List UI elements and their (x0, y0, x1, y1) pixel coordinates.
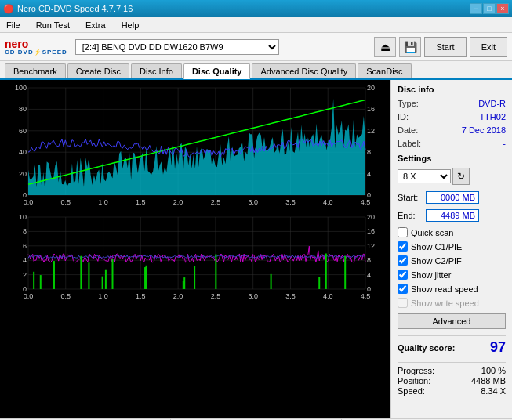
tab-scandisc[interactable]: ScanDisc (358, 63, 411, 78)
menu-extra[interactable]: Extra (82, 19, 109, 31)
settings-refresh-btn[interactable]: ↻ (452, 168, 470, 185)
speed-label: Speed: (398, 386, 425, 396)
top-chart (3, 83, 387, 211)
tab-disc-quality[interactable]: Disc Quality (183, 63, 251, 79)
tab-benchmark[interactable]: Benchmark (5, 63, 66, 78)
position-label: Position: (398, 376, 430, 386)
show-jitter-row: Show jitter (398, 270, 506, 280)
titlebar: 🔴 Nero CD-DVD Speed 4.7.7.16 − □ × (0, 0, 512, 17)
exit-button[interactable]: Exit (470, 37, 507, 57)
start-button[interactable]: Start (424, 37, 466, 57)
chart-area (0, 80, 390, 418)
quick-scan-label: Quick scan (411, 228, 453, 237)
menu-help[interactable]: Help (118, 19, 143, 31)
menubar: File Run Test Extra Help (0, 17, 512, 33)
speed-row: 8 X ↻ (398, 168, 506, 185)
right-panel: Disc info Type: DVD-R ID: TTH02 Date: 7 … (390, 80, 512, 418)
show-c2-row: Show C2/PIF (398, 255, 506, 266)
show-write-checkbox (398, 298, 408, 308)
tabs-bar: Benchmark Create Disc Disc Info Disc Qua… (0, 61, 512, 80)
quality-label: Quality score: (398, 343, 455, 353)
tab-advanced-disc-quality[interactable]: Advanced Disc Quality (252, 63, 356, 78)
show-write-label: Show write speed (411, 299, 479, 308)
progress-value: 100 % (481, 366, 506, 375)
bottom-chart (3, 212, 387, 305)
show-write-row: Show write speed (398, 298, 506, 308)
show-c1-checkbox[interactable] (398, 241, 408, 252)
disc-label-row: Label: - (398, 139, 506, 148)
show-c1-label: Show C1/PIE (411, 242, 462, 252)
disc-label-value: - (503, 139, 506, 148)
show-c2-checkbox[interactable] (398, 255, 408, 266)
app-logo: nero CD·DVD⚡SPEED (5, 38, 67, 56)
drive-selector-wrap: [2:4] BENQ DVD DD DW1620 B7W9 (75, 39, 372, 55)
progress-label: Progress: (398, 366, 434, 375)
eject-button[interactable]: ⏏ (374, 37, 396, 57)
disc-info-title: Disc info (398, 85, 506, 94)
show-jitter-label: Show jitter (411, 270, 451, 280)
show-c2-label: Show C2/PIF (411, 256, 462, 266)
end-mb-label: End: (398, 211, 424, 220)
minimize-button[interactable]: − (470, 3, 482, 14)
app-icon: 🔴 (3, 4, 14, 14)
disc-date-value: 7 Dec 2018 (462, 125, 506, 135)
position-row: Position: 4488 MB (398, 376, 506, 386)
main-content: Disc info Type: DVD-R ID: TTH02 Date: 7 … (0, 80, 512, 418)
speed-row: Speed: 8.34 X (398, 386, 506, 396)
quality-score-row: Quality score: 97 (398, 335, 506, 356)
titlebar-title: Nero CD-DVD Speed 4.7.7.16 (17, 4, 133, 13)
disc-type-row: Type: DVD-R (398, 99, 506, 108)
disc-id-label: ID: (398, 112, 409, 121)
start-mb-input[interactable] (426, 191, 479, 204)
save-button[interactable]: 💾 (399, 37, 421, 57)
close-button[interactable]: × (496, 3, 509, 14)
quick-scan-row: Quick scan (398, 227, 506, 237)
end-mb-row: End: (398, 209, 506, 222)
progress-row: Progress: 100 % (398, 366, 506, 375)
maximize-button[interactable]: □ (483, 3, 496, 14)
show-read-checkbox[interactable] (398, 284, 408, 294)
disc-id-row: ID: TTH02 (398, 112, 506, 121)
speed-value: 8.34 X (481, 386, 506, 396)
logo-nero-text: nero (5, 38, 67, 49)
tab-disc-info[interactable]: Disc Info (131, 63, 182, 78)
disc-date-row: Date: 7 Dec 2018 (398, 125, 506, 135)
position-value: 4488 MB (471, 376, 506, 386)
logo-sub-text: CD·DVD⚡SPEED (5, 49, 67, 56)
progress-section: Progress: 100 % Position: 4488 MB Speed:… (398, 362, 506, 396)
start-mb-label: Start: (398, 193, 424, 202)
disc-id-value: TTH02 (479, 112, 506, 121)
show-jitter-checkbox[interactable] (398, 270, 408, 280)
show-read-row: Show read speed (398, 284, 506, 294)
menu-file[interactable]: File (3, 19, 24, 31)
disc-type-value: DVD-R (478, 99, 506, 108)
disc-label-label: Label: (398, 139, 421, 148)
toolbar: nero CD·DVD⚡SPEED [2:4] BENQ DVD DD DW16… (0, 33, 512, 61)
disc-date-label: Date: (398, 125, 418, 135)
advanced-button[interactable]: Advanced (398, 313, 506, 329)
menu-run-test[interactable]: Run Test (33, 19, 73, 31)
titlebar-left: 🔴 Nero CD-DVD Speed 4.7.7.16 (3, 4, 133, 14)
start-mb-row: Start: (398, 191, 506, 204)
disc-type-label: Type: (398, 99, 419, 108)
settings-title: Settings (398, 154, 506, 163)
end-mb-input[interactable] (426, 209, 479, 222)
drive-selector[interactable]: [2:4] BENQ DVD DD DW1620 B7W9 (75, 39, 279, 55)
quick-scan-checkbox[interactable] (398, 227, 408, 237)
quality-value: 97 (490, 339, 506, 356)
show-c1-row: Show C1/PIE (398, 241, 506, 252)
titlebar-controls: − □ × (470, 3, 509, 14)
tab-create-disc[interactable]: Create Disc (67, 63, 129, 78)
show-read-label: Show read speed (411, 284, 478, 294)
speed-selector[interactable]: 8 X (398, 169, 451, 183)
